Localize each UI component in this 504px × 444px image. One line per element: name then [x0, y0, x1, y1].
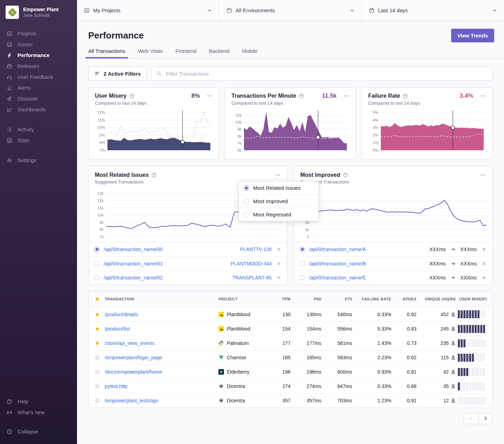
user-misery-bar [456, 382, 492, 390]
active-filters-button[interactable]: 2 Active Filters [88, 66, 147, 81]
column-header-unique-users[interactable]: UNIQUE USERS [416, 297, 456, 301]
sidebar-item-activity[interactable]: Activity [0, 124, 77, 135]
svg-text:10%: 10% [97, 125, 105, 130]
sidebar-collapse-button[interactable]: Collapse [0, 426, 77, 437]
column-header-user-misery[interactable]: USER MISERY [456, 297, 492, 301]
transaction-link[interactable]: /docs/empowerplant/home [105, 369, 162, 375]
column-header-tpm[interactable]: TPM [268, 297, 290, 301]
radio-icon[interactable] [94, 261, 99, 266]
card-options-button[interactable] [344, 93, 349, 99]
misery-segment [461, 382, 463, 390]
sidebar-item-discover[interactable]: Discover [0, 93, 77, 104]
menu-item-most-regressed[interactable]: Most Regressed [239, 208, 318, 221]
sidebar-item-projects[interactable]: Projects [0, 28, 77, 39]
search-input[interactable] [165, 70, 488, 77]
org-switcher[interactable]: ✦ Empower Plant Jane Schmidt [0, 6, 77, 28]
tab-backend[interactable]: Backend [209, 48, 229, 58]
sidebar-item-settings[interactable]: Settings [0, 155, 77, 166]
help-icon[interactable] [299, 93, 304, 98]
date-range-dropdown[interactable]: Last 14 days [362, 0, 504, 21]
menu-item-most-improved[interactable]: Most Improved [239, 194, 318, 208]
issue-link[interactable]: TRANSPLANT-85 [232, 275, 272, 280]
sidebar-item-dashboards[interactable]: Dashboards [0, 104, 77, 115]
star-icon[interactable] [94, 312, 100, 317]
sidebar-item-stats[interactable]: Stats [0, 135, 77, 146]
card-options-button[interactable] [480, 93, 486, 99]
help-icon[interactable] [152, 173, 156, 178]
card-subtitle: Suggested Transactions [300, 179, 486, 185]
transaction-link[interactable]: /api/0/transaction_name/02 [104, 275, 163, 280]
column-header-apdex[interactable]: APDEX [391, 297, 416, 301]
column-header-p50[interactable]: P50 [290, 297, 321, 301]
column-header-project[interactable]: PROJECT [218, 297, 268, 301]
star-icon[interactable] [94, 369, 100, 375]
tab-all-transactions[interactable]: All Transactions [88, 48, 125, 58]
column-header-p75[interactable]: P75 [321, 297, 352, 301]
close-icon[interactable] [482, 247, 486, 252]
close-icon[interactable] [482, 261, 486, 266]
previous-page-button[interactable] [464, 413, 478, 424]
most-related-issues-card: Most Related Issues Suggested Transactio… [88, 166, 287, 285]
close-icon[interactable] [482, 275, 486, 280]
card-options-button[interactable] [480, 172, 486, 178]
star-icon[interactable] [94, 383, 100, 389]
transaction-link[interactable]: /api/0/transaction_name/B [309, 261, 366, 266]
transaction-link[interactable]: pytest.http [105, 383, 127, 389]
radio-icon[interactable] [300, 275, 305, 280]
svg-text:12%: 12% [97, 110, 105, 115]
sidebar-item-performance[interactable]: Performance [0, 50, 77, 61]
column-header-transaction[interactable]: TRANSACTION [105, 297, 218, 301]
tab-frontend[interactable]: Frontend [175, 48, 196, 58]
radio-icon[interactable] [300, 261, 305, 266]
tab-web-vitals[interactable]: Web Vitals [138, 48, 163, 58]
environment-filter-dropdown[interactable]: All Environments [219, 0, 362, 21]
project-filter-dropdown[interactable]: My Projects [77, 0, 219, 21]
issue-link[interactable]: PLANTMOOD-344 [231, 261, 272, 266]
next-page-button[interactable] [478, 413, 492, 424]
sidebar-item-releases[interactable]: Releases [0, 61, 77, 71]
sidebar-item-what-s-new[interactable]: What’s new [0, 407, 77, 418]
card-options-button[interactable] [275, 172, 281, 178]
close-icon[interactable] [276, 247, 281, 252]
svg-text:4%: 4% [373, 118, 378, 122]
sidebar-item-issues[interactable]: Issues [0, 39, 77, 50]
sidebar-item-label: Settings [18, 157, 36, 163]
transaction-link[interactable]: /api/0/transaction_name/A [309, 247, 366, 252]
column-header-failure-rate[interactable]: FAILURE RATE [352, 297, 391, 301]
transaction-link[interactable]: /api/0/transaction_name/00 [104, 247, 163, 252]
failure-rate-cell: 5.33% [352, 326, 391, 332]
radio-icon[interactable] [300, 247, 305, 252]
star-icon[interactable] [94, 398, 100, 403]
menu-item-most-related-issues[interactable]: Most Related Issues [239, 181, 318, 194]
star-icon[interactable] [94, 326, 100, 332]
view-trends-button[interactable]: View Trends [451, 29, 494, 42]
misery-segment [472, 397, 474, 405]
sidebar-item-user-feedback[interactable]: User Feedback [0, 71, 77, 82]
sidebar-item-alerts[interactable]: Alerts [0, 82, 77, 93]
help-icon[interactable] [343, 173, 348, 178]
transaction-link[interactable]: /store/api_view_events [105, 340, 154, 346]
transaction-link[interactable]: /product/list [105, 326, 130, 332]
help-icon[interactable] [130, 93, 134, 98]
radio-icon[interactable] [94, 247, 99, 252]
table-row: /product/detailsJSPlantMood130130ms540ms… [89, 307, 492, 321]
issue-link[interactable]: PLANTTV-128 [240, 247, 272, 252]
star-icon[interactable] [94, 355, 100, 360]
transaction-link[interactable]: /product/details [105, 312, 138, 317]
close-icon[interactable] [276, 261, 281, 266]
transaction-link[interactable]: /api/0/transaction_name/C [309, 275, 366, 280]
help-icon[interactable] [403, 93, 408, 98]
transaction-link[interactable]: /empowerplant/login_page [105, 355, 162, 360]
page-header: Performance View Trends [77, 21, 504, 42]
card-options-button[interactable] [207, 93, 212, 99]
card-subtitle: Compared to last 14 days [368, 100, 486, 106]
tab-mobile[interactable]: Mobile [242, 48, 257, 58]
close-icon[interactable] [276, 275, 281, 280]
misery-segment [463, 325, 465, 333]
arrow-right-icon [450, 247, 455, 252]
sidebar-item-help[interactable]: Help [0, 396, 77, 407]
star-icon[interactable] [94, 340, 100, 346]
radio-icon[interactable] [94, 275, 99, 280]
transaction-link[interactable]: /empowerplant_tests/api [105, 398, 158, 403]
transaction-link[interactable]: /api/0/transaction_name/01 [104, 261, 163, 266]
